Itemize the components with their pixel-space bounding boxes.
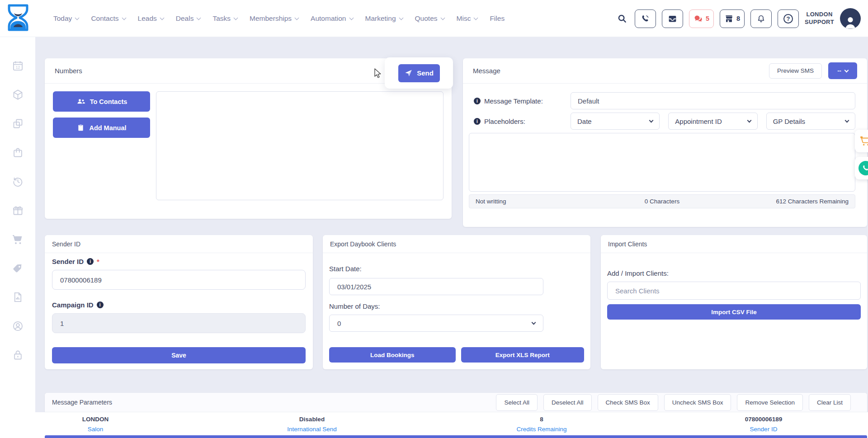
- chevron-down-icon: [440, 15, 445, 20]
- save-button[interactable]: Save: [52, 347, 306, 363]
- navbar-actions: 5 8: [617, 0, 861, 37]
- copy-icon[interactable]: [12, 118, 24, 130]
- left-sidebar: 12: [0, 37, 35, 438]
- clear-list-button[interactable]: Clear List: [809, 394, 851, 411]
- credits-remaining-link[interactable]: Credits Remaining: [516, 426, 566, 433]
- sender-id-input[interactable]: 07800006189: [52, 270, 306, 290]
- user-avatar[interactable]: [840, 8, 861, 29]
- menu-item-memberships[interactable]: Memberships: [250, 14, 298, 23]
- chevron-down-icon: [234, 15, 238, 20]
- load-bookings-button[interactable]: Load Bookings: [329, 347, 456, 363]
- sender-id-label: Sender ID *: [52, 258, 306, 265]
- menu-item-leads[interactable]: Leads: [138, 14, 164, 23]
- menu-item-today[interactable]: Today: [53, 14, 79, 23]
- check-sms-box-button[interactable]: Check SMS Box: [598, 394, 658, 411]
- menu-item-contacts[interactable]: Contacts: [91, 14, 125, 23]
- help-button[interactable]: [778, 9, 799, 28]
- start-date-input[interactable]: 03/01/2025: [329, 278, 543, 295]
- placeholder-select-date[interactable]: Date: [571, 113, 660, 130]
- required-asterisk: *: [97, 258, 99, 265]
- chat-icon: [693, 14, 703, 24]
- message-panel: Message Preview SMS -- Message Template:…: [463, 58, 867, 227]
- info-icon: [474, 98, 481, 104]
- remove-selection-button[interactable]: Remove Selection: [737, 394, 803, 411]
- chevron-down-icon: [649, 118, 654, 122]
- menu-item-files[interactable]: Files: [490, 14, 505, 23]
- floating-phone-widget[interactable]: [855, 157, 868, 179]
- users-icon: [76, 97, 86, 107]
- chevron-down-icon: [197, 15, 201, 20]
- salon-link[interactable]: Salon: [82, 426, 109, 433]
- menu-item-quotes[interactable]: Quotes: [415, 14, 444, 23]
- send-button[interactable]: Send: [398, 64, 440, 82]
- export-daybook-panel-title: Export Daybook Clients: [330, 240, 396, 248]
- phone-green-icon: [859, 161, 868, 175]
- phone-button[interactable]: [635, 9, 656, 28]
- store-icon: [724, 14, 734, 24]
- location-stat: LONDON Salon: [82, 416, 109, 433]
- placeholder-select-appointment-id[interactable]: Appointment ID: [668, 113, 757, 130]
- import-csv-button[interactable]: Import CSV File: [607, 304, 861, 320]
- app-logo[interactable]: [6, 4, 30, 34]
- inbox-button[interactable]: [662, 9, 683, 28]
- sender-id-panel-title: Sender ID: [52, 240, 80, 248]
- import-clients-panel-header: Import Clients: [601, 235, 867, 253]
- bag-icon[interactable]: [12, 146, 24, 159]
- export-xls-button[interactable]: Export XLS Report: [461, 347, 585, 363]
- menu-item-tasks[interactable]: Tasks: [212, 14, 237, 23]
- report-icon[interactable]: [12, 291, 24, 303]
- number-of-days-select[interactable]: 0: [329, 315, 543, 332]
- lock-icon[interactable]: [12, 349, 24, 361]
- numbers-list-textarea[interactable]: [156, 91, 443, 200]
- info-icon: [474, 118, 481, 125]
- chat-button[interactable]: 5: [689, 9, 714, 28]
- cube-icon[interactable]: [12, 89, 24, 101]
- to-contacts-button[interactable]: To Contacts: [53, 91, 150, 112]
- menu-item-marketing[interactable]: Marketing: [365, 14, 403, 23]
- select-all-button[interactable]: Select All: [496, 394, 538, 411]
- hourglass-logo-icon: [6, 4, 30, 32]
- send-sms-bar-cutoff[interactable]: [45, 435, 867, 438]
- tag-icon[interactable]: [12, 262, 24, 274]
- notifications-button[interactable]: [750, 9, 772, 28]
- import-clients-panel-title: Import Clients: [608, 240, 647, 248]
- message-template-input[interactable]: Default: [571, 92, 855, 109]
- campaign-id-input[interactable]: 1: [52, 313, 306, 333]
- account-icon[interactable]: [12, 320, 24, 332]
- history-icon[interactable]: [12, 175, 24, 188]
- menu-item-misc[interactable]: Misc: [457, 14, 478, 23]
- international-send-link[interactable]: International Send: [287, 426, 337, 433]
- character-count: 0 Characters: [600, 198, 724, 205]
- chevron-down-icon: [532, 320, 536, 325]
- chevron-down-icon: [295, 15, 299, 20]
- clipboard-icon: [76, 123, 85, 132]
- international-send-stat: Disabled International Send: [287, 416, 337, 433]
- inbox-icon: [668, 14, 677, 24]
- add-import-clients-label: Add / Import Clients:: [607, 269, 861, 277]
- menu-item-deals[interactable]: Deals: [176, 14, 201, 23]
- search-clients-input[interactable]: Search Clients: [607, 282, 861, 300]
- store-button[interactable]: 8: [720, 9, 745, 28]
- chat-badge: 5: [706, 15, 709, 22]
- uncheck-sms-box-button[interactable]: Uncheck SMS Box: [664, 394, 731, 411]
- search-icon[interactable]: [617, 14, 627, 24]
- message-body-textarea[interactable]: [469, 133, 855, 192]
- chevron-down-icon: [75, 15, 80, 20]
- preview-sms-button[interactable]: Preview SMS: [769, 63, 822, 79]
- chevron-down-icon: [399, 15, 403, 20]
- calendar-icon[interactable]: 12: [12, 60, 24, 72]
- deselect-all-button[interactable]: Deselect All: [543, 394, 592, 411]
- message-more-button[interactable]: --: [828, 62, 857, 79]
- svg-text:12: 12: [15, 65, 20, 70]
- add-manual-button[interactable]: Add Manual: [53, 118, 150, 138]
- cart-icon[interactable]: [12, 233, 24, 245]
- start-date-label: Start Date:: [329, 265, 584, 273]
- menu-item-automation[interactable]: Automation: [311, 14, 353, 23]
- gift-icon[interactable]: [12, 204, 24, 217]
- app-root: Today Contacts Leads Deals Tasks Members…: [0, 0, 868, 438]
- sender-id-link[interactable]: Sender ID: [745, 426, 783, 433]
- floating-cart-widget[interactable]: [855, 130, 868, 152]
- bell-icon: [756, 14, 766, 24]
- placeholder-select-gp-details[interactable]: GP Details: [766, 113, 855, 130]
- message-panel-title: Message: [473, 67, 500, 75]
